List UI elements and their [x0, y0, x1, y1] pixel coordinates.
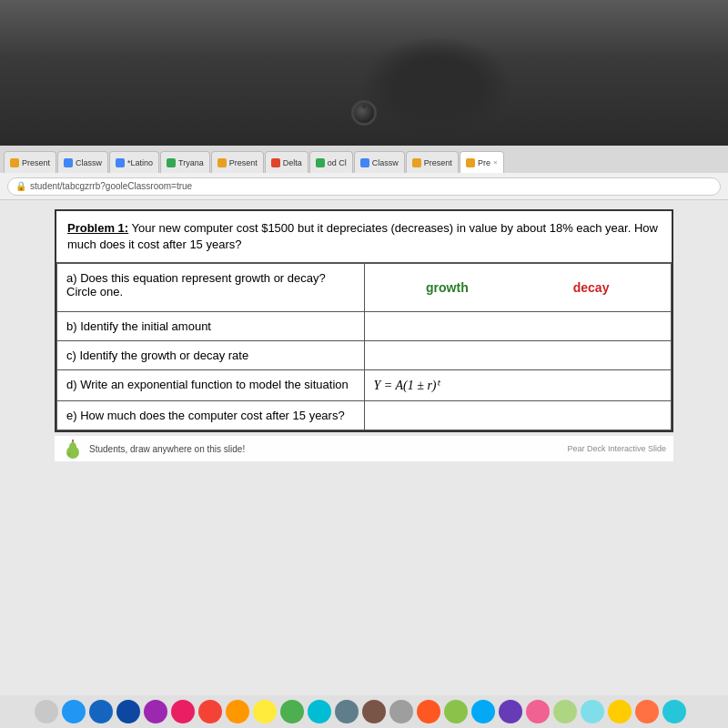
color-dot-7[interactable] — [198, 700, 222, 723]
tab-label-2: *Latino — [127, 158, 153, 167]
browser-tab-3[interactable]: Tryana — [160, 151, 210, 173]
svg-point-3 — [68, 453, 71, 456]
browser-tab-0[interactable]: Present — [4, 151, 56, 173]
question-cell-0: a) Does this equation represent growth o… — [57, 264, 365, 312]
tab-label-8: Present — [424, 158, 452, 167]
question-cell-3: d) Write an exponential function to mode… — [57, 370, 365, 401]
browser-tab-5[interactable]: Delta — [265, 151, 308, 173]
desk-area — [0, 0, 728, 146]
answer-cell-3: Y = A(1 ± r)ᵗ — [364, 370, 672, 401]
answer-cell-0: growthdecay — [364, 264, 672, 312]
color-dot-9[interactable] — [253, 700, 277, 723]
tab-label-1: Classw — [76, 158, 102, 167]
table-row-1: b) Identify the initial amount — [57, 312, 672, 341]
tab-icon-6 — [316, 158, 325, 167]
address-bar-row: 🔒 student/tabcgzrrb?gooleClassroom=true — [0, 173, 728, 200]
problem-header: Problem 1: Your new computer cost $1500 … — [56, 211, 672, 263]
color-dot-17[interactable] — [471, 700, 495, 723]
color-dots-bar — [0, 695, 728, 728]
tab-close-9[interactable]: × — [493, 158, 498, 167]
browser-tab-9[interactable]: Pre× — [460, 151, 504, 173]
tab-label-6: od Cl — [328, 158, 347, 167]
webcam-dot — [362, 105, 366, 108]
color-dot-4[interactable] — [116, 700, 140, 723]
color-dot-12[interactable] — [335, 700, 359, 723]
answer-cell-4 — [364, 401, 672, 430]
problem-title: Problem 1: — [67, 221, 128, 235]
color-dot-2[interactable] — [62, 700, 86, 723]
tab-icon-3 — [167, 158, 176, 167]
tab-icon-5 — [271, 158, 280, 167]
table-row-4: e) How much does the computer cost after… — [57, 401, 672, 430]
color-dot-15[interactable] — [417, 700, 440, 723]
browser-content: Problem 1: Your new computer cost $1500 … — [0, 200, 728, 728]
color-dot-13[interactable] — [362, 700, 386, 723]
table-row-0: a) Does this equation represent growth o… — [57, 264, 672, 312]
problem-table: a) Does this equation represent growth o… — [56, 263, 672, 430]
tab-label-4: Present — [229, 158, 258, 167]
growth-decay-options: growthdecay — [374, 271, 662, 304]
tab-icon-8 — [412, 158, 421, 167]
tab-label-5: Delta — [283, 158, 302, 167]
color-dot-14[interactable] — [389, 700, 413, 723]
color-dot-18[interactable] — [499, 700, 522, 723]
browser-tab-6[interactable]: od Cl — [309, 151, 353, 173]
color-dot-22[interactable] — [608, 700, 632, 723]
browser-tab-8[interactable]: Present — [406, 151, 459, 173]
answer-cell-1 — [364, 312, 672, 341]
tab-icon-0 — [10, 158, 19, 167]
webcam — [351, 100, 377, 126]
color-dot-6[interactable] — [171, 700, 195, 723]
question-cell-4: e) How much does the computer cost after… — [57, 401, 365, 430]
tab-label-9: Pre — [478, 158, 490, 167]
tab-icon-9 — [466, 158, 475, 167]
tab-icon-1 — [64, 158, 73, 167]
bottom-bar: Students, draw anywhere on this slide! P… — [55, 436, 673, 461]
pear-icon — [62, 438, 84, 460]
color-dot-1[interactable] — [35, 700, 58, 723]
tab-icon-4 — [217, 158, 227, 167]
color-dot-5[interactable] — [144, 700, 167, 723]
address-text: student/tabcgzrrb?gooleClassroom=true — [30, 181, 192, 191]
answer-cell-2 — [364, 341, 672, 370]
brand-text: Pear Deck Interactive Slide — [567, 444, 666, 453]
table-row-3: d) Write an exponential function to mode… — [57, 370, 672, 401]
browser-chrome: PresentClassw*LatinoTryanaPresentDeltaod… — [0, 146, 728, 200]
browser-tab-7[interactable]: Classw — [354, 151, 405, 173]
color-dot-10[interactable] — [280, 700, 304, 723]
tab-label-0: Present — [22, 158, 50, 167]
table-row-2: c) Identify the growth or decay rate — [57, 341, 672, 370]
tab-icon-7 — [360, 158, 369, 167]
browser-tab-1[interactable]: Classw — [57, 151, 108, 173]
tab-bar: PresentClassw*LatinoTryanaPresentDeltaod… — [0, 146, 728, 173]
color-dot-19[interactable] — [526, 700, 550, 723]
color-dot-16[interactable] — [444, 700, 468, 723]
browser-tab-2[interactable]: *Latino — [109, 151, 159, 173]
question-cell-2: c) Identify the growth or decay rate — [57, 341, 365, 370]
color-dot-23[interactable] — [635, 700, 659, 723]
tab-icon-2 — [116, 158, 125, 167]
color-dot-20[interactable] — [553, 700, 577, 723]
tab-label-7: Classw — [372, 158, 399, 167]
color-dot-3[interactable] — [89, 700, 113, 723]
footer-text: Students, draw anywhere on this slide! — [89, 444, 245, 454]
svg-point-1 — [69, 442, 76, 451]
color-dot-21[interactable] — [581, 700, 604, 723]
problem-text: Your new computer cost $1500 but it depr… — [67, 221, 658, 251]
color-dot-24[interactable] — [662, 700, 686, 723]
question-cell-1: b) Identify the initial amount — [57, 312, 365, 341]
worksheet: Problem 1: Your new computer cost $1500 … — [55, 209, 673, 432]
decay-option[interactable]: decay — [573, 280, 610, 295]
growth-option[interactable]: growth — [426, 280, 469, 295]
tab-label-3: Tryana — [178, 158, 204, 167]
color-dot-0[interactable] — [7, 700, 31, 723]
browser-tab-4[interactable]: Present — [211, 151, 264, 173]
address-field[interactable]: 🔒 student/tabcgzrrb?gooleClassroom=true — [7, 177, 721, 196]
lock-icon: 🔒 — [15, 181, 26, 191]
color-dot-8[interactable] — [226, 700, 249, 723]
color-dot-11[interactable] — [308, 700, 331, 723]
